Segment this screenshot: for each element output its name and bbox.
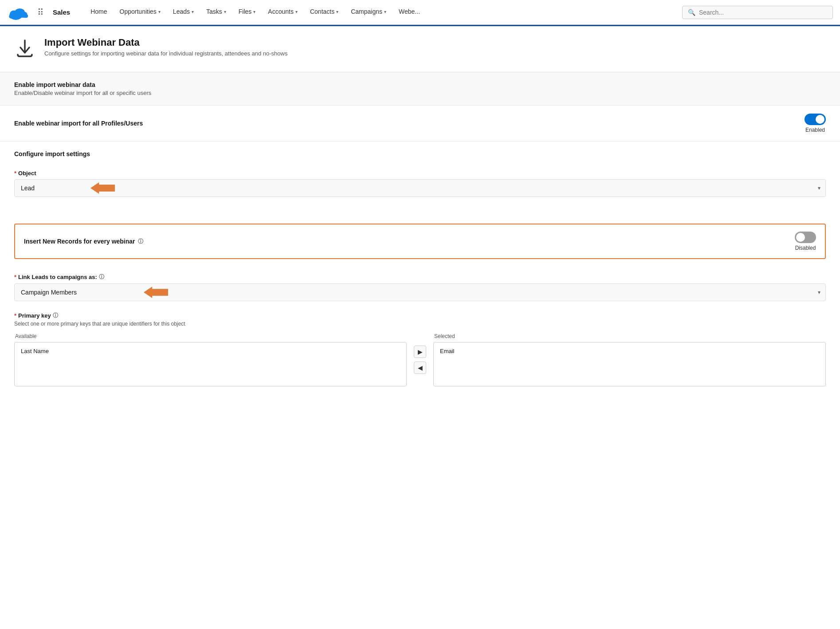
link-leads-label: * Link Leads to campaigns as: ⓘ bbox=[14, 273, 826, 281]
page-title-block: Import Webinar Data Configure settings f… bbox=[44, 37, 287, 57]
main-content: Import Webinar Data Configure settings f… bbox=[0, 26, 840, 629]
available-list-box: Last Name bbox=[14, 342, 407, 386]
page-header: Import Webinar Data Configure settings f… bbox=[0, 26, 840, 72]
insert-records-toggle-group: Disabled bbox=[795, 232, 816, 251]
selected-header: Selected bbox=[433, 333, 826, 339]
search-bar[interactable]: 🔍 bbox=[682, 6, 833, 19]
enable-toggle-row: Enable webinar import for all Profiles/U… bbox=[0, 106, 840, 142]
form-section: * Object Lead Contact ▾ bbox=[0, 161, 840, 216]
enable-section-title: Enable import webinar data bbox=[14, 81, 826, 88]
link-leads-select-wrapper: Campaign Members Leads ▾ bbox=[14, 283, 826, 301]
selected-item-email[interactable]: Email bbox=[437, 346, 822, 356]
object-select[interactable]: Lead Contact bbox=[14, 179, 826, 197]
toggle-knob-off bbox=[796, 233, 805, 242]
object-field-group: * Object Lead Contact ▾ bbox=[14, 170, 826, 197]
selected-list-box: Email bbox=[433, 342, 826, 386]
nav-webex[interactable]: Webe... bbox=[393, 0, 426, 25]
svg-point-5 bbox=[9, 14, 14, 18]
insert-records-toggle-switch[interactable] bbox=[795, 232, 816, 243]
insert-new-records-row: Insert New Records for every webinar ⓘ D… bbox=[14, 224, 826, 259]
chevron-down-icon: ▾ bbox=[158, 9, 161, 14]
object-select-wrapper: Lead Contact ▾ bbox=[14, 179, 826, 197]
chevron-down-icon: ▾ bbox=[224, 9, 226, 14]
svg-point-6 bbox=[23, 14, 28, 17]
enable-section-subtitle: Enable/Disable webinar import for all or… bbox=[14, 90, 826, 96]
salesforce-logo[interactable] bbox=[7, 4, 30, 20]
nav-campaigns[interactable]: Campaigns ▾ bbox=[345, 0, 393, 25]
move-right-button[interactable]: ▶ bbox=[414, 346, 426, 358]
topbar: ⠿ Sales Home Opportunities ▾ Leads ▾ Tas… bbox=[0, 0, 840, 25]
primary-key-section: * Primary key ⓘ Select one or more prima… bbox=[0, 305, 840, 397]
info-icon-link[interactable]: ⓘ bbox=[99, 273, 104, 281]
check-icon: ✓ bbox=[818, 117, 822, 122]
chevron-down-icon: ▾ bbox=[253, 9, 255, 14]
nav-contacts[interactable]: Contacts ▾ bbox=[304, 0, 345, 25]
chevron-down-icon: ▾ bbox=[336, 9, 338, 14]
nav-leads[interactable]: Leads ▾ bbox=[167, 0, 200, 25]
import-icon bbox=[14, 38, 35, 63]
chevron-down-icon: ▾ bbox=[295, 9, 298, 14]
primary-key-subtitle: Select one or more primary keys that are… bbox=[14, 321, 826, 327]
app-name: Sales bbox=[53, 8, 70, 16]
primary-key-label: * Primary key ⓘ bbox=[14, 312, 826, 319]
app-grid-icon[interactable]: ⠿ bbox=[37, 7, 44, 18]
nav-accounts[interactable]: Accounts ▾ bbox=[262, 0, 304, 25]
available-item-last-name[interactable]: Last Name bbox=[18, 346, 403, 356]
search-icon: 🔍 bbox=[688, 9, 695, 16]
chevron-down-icon: ▾ bbox=[192, 9, 194, 14]
enable-toggle-label: Enable webinar import for all Profiles/U… bbox=[14, 120, 143, 127]
search-input[interactable] bbox=[699, 9, 827, 16]
available-col: Available Last Name bbox=[14, 333, 407, 386]
required-star: * bbox=[14, 170, 16, 177]
nav-tasks[interactable]: Tasks ▾ bbox=[200, 0, 232, 25]
required-star-pk: * bbox=[14, 312, 16, 319]
page-subtitle: Configure settings for importing webinar… bbox=[44, 50, 287, 57]
selected-col: Selected Email bbox=[433, 333, 826, 386]
link-leads-field-group: * Link Leads to campaigns as: ⓘ Campaign… bbox=[0, 266, 840, 305]
enable-toggle-status: Enabled bbox=[805, 127, 825, 133]
available-header: Available bbox=[14, 333, 407, 339]
enable-toggle-group: ✓ Enabled bbox=[805, 114, 826, 133]
info-icon[interactable]: ⓘ bbox=[138, 238, 143, 245]
dual-list: Available Last Name ▶ ◀ Selected Email bbox=[14, 333, 826, 386]
nav-files[interactable]: Files ▾ bbox=[232, 0, 262, 25]
nav-home[interactable]: Home bbox=[84, 0, 113, 25]
dual-list-controls: ▶ ◀ bbox=[407, 333, 433, 374]
enable-section: Enable import webinar data Enable/Disabl… bbox=[0, 72, 840, 106]
info-icon-pk[interactable]: ⓘ bbox=[53, 312, 58, 319]
move-left-button[interactable]: ◀ bbox=[414, 362, 426, 374]
insert-records-toggle-status: Disabled bbox=[795, 245, 816, 251]
chevron-down-icon: ▾ bbox=[384, 9, 386, 14]
required-star: * bbox=[14, 274, 16, 280]
main-nav: Home Opportunities ▾ Leads ▾ Tasks ▾ Fil… bbox=[84, 0, 675, 25]
link-leads-select[interactable]: Campaign Members Leads bbox=[14, 283, 826, 301]
object-field-label: * Object bbox=[14, 170, 826, 177]
toggle-knob: ✓ bbox=[816, 115, 824, 124]
configure-section-title: Configure import settings bbox=[14, 150, 826, 157]
insert-new-records-label: Insert New Records for every webinar ⓘ bbox=[24, 238, 143, 245]
enable-toggle-switch[interactable]: ✓ bbox=[805, 114, 826, 125]
configure-section-header: Configure import settings bbox=[0, 142, 840, 161]
page-title: Import Webinar Data bbox=[44, 37, 287, 48]
nav-opportunities[interactable]: Opportunities ▾ bbox=[114, 0, 167, 25]
